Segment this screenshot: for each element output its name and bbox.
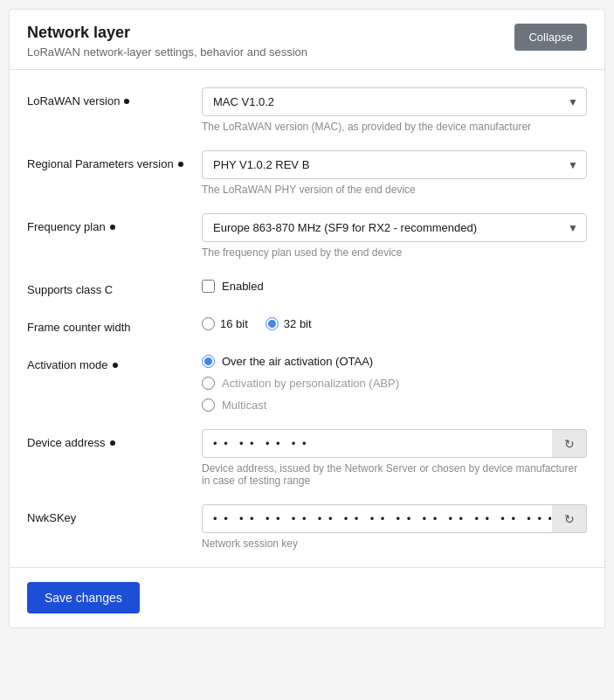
activation-multicast-label[interactable]: Multicast xyxy=(222,399,266,412)
required-indicator xyxy=(178,162,183,167)
lorawan-version-row: LoRaWAN version MAC V1.0.2 ▼ The LoRaWAN… xyxy=(27,87,587,133)
device-address-hint: Device address, issued by the Network Se… xyxy=(202,462,587,487)
required-indicator xyxy=(113,363,118,368)
activation-abp-radio[interactable] xyxy=(202,377,215,390)
frame-counter-16bit-radio[interactable] xyxy=(202,317,215,330)
required-indicator xyxy=(124,99,129,104)
regional-params-label: Regional Parameters version xyxy=(27,150,202,170)
frequency-plan-select-wrapper[interactable]: Europe 863-870 MHz (SF9 for RX2 - recomm… xyxy=(202,213,587,242)
nwks-key-refresh-button[interactable]: ↻ xyxy=(552,504,587,533)
frame-counter-16bit-label[interactable]: 16 bit xyxy=(220,317,248,330)
frame-counter-radio-group: 16 bit 32 bit xyxy=(202,314,587,330)
activation-mode-radio-group: Over the air activation (OTAA) Activatio… xyxy=(202,351,587,412)
card-header: Network layer LoRaWAN network-layer sett… xyxy=(10,10,604,70)
activation-multicast-radio[interactable] xyxy=(202,399,215,412)
frequency-plan-select[interactable]: Europe 863-870 MHz (SF9 for RX2 - recomm… xyxy=(202,213,587,242)
frame-counter-32bit-label[interactable]: 32 bit xyxy=(284,317,312,330)
card-body: LoRaWAN version MAC V1.0.2 ▼ The LoRaWAN… xyxy=(10,70,604,550)
regional-params-select-wrapper[interactable]: PHY V1.0.2 REV B ▼ xyxy=(202,150,587,179)
card-footer: Save changes xyxy=(10,568,604,627)
nwks-key-input-wrapper: ↻ xyxy=(202,504,587,533)
lorawan-version-select[interactable]: MAC V1.0.2 xyxy=(202,87,587,116)
lorawan-version-select-wrapper[interactable]: MAC V1.0.2 ▼ xyxy=(202,87,587,116)
supports-class-c-checkbox[interactable] xyxy=(202,280,215,293)
frequency-plan-label: Frequency plan xyxy=(27,213,202,233)
save-changes-button[interactable]: Save changes xyxy=(27,582,140,613)
device-address-row: Device address ↻ Device address, issued … xyxy=(27,429,587,487)
frame-counter-field: 16 bit 32 bit xyxy=(202,314,587,330)
supports-class-c-checkbox-label[interactable]: Enabled xyxy=(222,280,264,293)
frequency-plan-row: Frequency plan Europe 863-870 MHz (SF9 f… xyxy=(27,213,587,259)
nwks-key-hint: Network session key xyxy=(202,537,587,550)
frame-counter-32bit-option: 32 bit xyxy=(266,317,312,330)
supports-class-c-row: Supports class C Enabled xyxy=(27,276,587,296)
card-subtitle: LoRaWAN network-layer settings, behavior… xyxy=(27,45,307,59)
regional-params-row: Regional Parameters version PHY V1.0.2 R… xyxy=(27,150,587,196)
device-address-label: Device address xyxy=(27,429,202,449)
frame-counter-row: Frame counter width 16 bit 32 bit xyxy=(27,314,587,334)
network-layer-card: Network layer LoRaWAN network-layer sett… xyxy=(9,9,605,628)
activation-multicast-option: Multicast xyxy=(202,399,587,412)
activation-otaa-label[interactable]: Over the air activation (OTAA) xyxy=(222,355,373,368)
header-text: Network layer LoRaWAN network-layer sett… xyxy=(27,24,307,59)
frame-counter-label: Frame counter width xyxy=(27,314,202,334)
required-indicator xyxy=(110,225,115,230)
supports-class-c-label: Supports class C xyxy=(27,276,202,296)
device-address-field: ↻ Device address, issued by the Network … xyxy=(202,429,587,487)
frequency-plan-hint: The frequency plan used by the end devic… xyxy=(202,246,587,259)
nwks-key-field: ↻ Network session key xyxy=(202,504,587,550)
lorawan-version-field: MAC V1.0.2 ▼ The LoRaWAN version (MAC), … xyxy=(202,87,587,133)
activation-mode-label: Activation mode xyxy=(27,351,202,371)
activation-otaa-radio[interactable] xyxy=(202,355,215,368)
regional-params-hint: The LoRaWAN PHY version of the end devic… xyxy=(202,184,587,196)
nwks-key-input[interactable] xyxy=(202,504,587,533)
nwks-key-label: NwkSKey xyxy=(27,504,202,524)
frequency-plan-field: Europe 863-870 MHz (SF9 for RX2 - recomm… xyxy=(202,213,587,259)
supports-class-c-checkbox-row: Enabled xyxy=(202,276,587,293)
activation-mode-field: Over the air activation (OTAA) Activatio… xyxy=(202,351,587,412)
activation-abp-label[interactable]: Activation by personalization (ABP) xyxy=(222,377,399,390)
device-address-input-wrapper: ↻ xyxy=(202,429,587,458)
required-indicator xyxy=(110,440,115,446)
activation-abp-option: Activation by personalization (ABP) xyxy=(202,377,587,390)
lorawan-version-hint: The LoRaWAN version (MAC), as provided b… xyxy=(202,121,587,133)
supports-class-c-field: Enabled xyxy=(202,276,587,293)
lorawan-version-label: LoRaWAN version xyxy=(27,87,202,107)
activation-otaa-option: Over the air activation (OTAA) xyxy=(202,355,587,368)
nwks-key-row: NwkSKey ↻ Network session key xyxy=(27,504,587,550)
regional-params-select[interactable]: PHY V1.0.2 REV B xyxy=(202,150,587,179)
card-title: Network layer xyxy=(27,24,307,42)
frame-counter-16bit-option: 16 bit xyxy=(202,317,248,330)
regional-params-field: PHY V1.0.2 REV B ▼ The LoRaWAN PHY versi… xyxy=(202,150,587,196)
frame-counter-32bit-radio[interactable] xyxy=(266,317,279,330)
collapse-button[interactable]: Collapse xyxy=(514,24,587,51)
device-address-input[interactable] xyxy=(202,429,587,458)
device-address-refresh-button[interactable]: ↻ xyxy=(552,429,587,458)
activation-mode-row: Activation mode Over the air activation … xyxy=(27,351,587,412)
